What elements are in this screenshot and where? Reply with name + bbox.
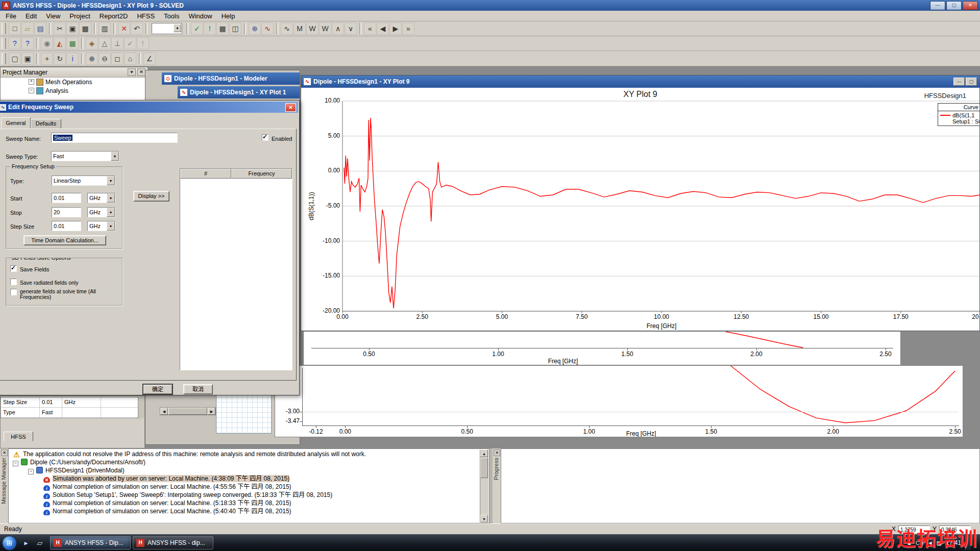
menu-edit[interactable]: Edit: [21, 11, 41, 21]
dialog-close-icon[interactable]: ✕: [285, 103, 296, 112]
undo-icon[interactable]: ↶: [131, 22, 143, 35]
properties-scrollbar[interactable]: [138, 397, 144, 418]
close-button[interactable]: ✕: [963, 1, 978, 10]
sweep-wave-w1-icon[interactable]: W: [306, 22, 318, 35]
xy-plot-9-window[interactable]: ∿ Dipole - HFSSDesign1 - XY Plot 9 — ▢ X…: [301, 75, 980, 331]
property-cell[interactable]: Fast: [40, 408, 62, 417]
property-cell[interactable]: 0.01: [40, 397, 62, 407]
dropdown-arrow-icon[interactable]: ▼: [107, 193, 115, 203]
excitation-display-icon[interactable]: ◭: [54, 37, 66, 49]
select-object-icon[interactable]: ▢: [9, 53, 21, 65]
message-item[interactable]: iNormal completion of simulation on serv…: [9, 483, 480, 491]
xy-plot-1-titlebar[interactable]: ∿ Dipole - HFSSDesign1 - XY Plot 1: [178, 86, 300, 98]
tree-item-analysis[interactable]: −Analysis: [1, 86, 148, 95]
close-progress-icon[interactable]: ✕: [494, 449, 500, 456]
combo-arrow-icon[interactable]: ▼: [174, 24, 181, 32]
nav-next-icon[interactable]: ▶: [389, 22, 402, 35]
menu-window[interactable]: Window: [184, 11, 216, 21]
modeler-titlebar[interactable]: ◇ Dipole - HFSSDesign1 - Modeler: [162, 72, 300, 85]
property-cell[interactable]: [101, 397, 139, 407]
save-fields-checkbox[interactable]: [10, 265, 17, 272]
sweep-wave-m-icon[interactable]: M: [293, 22, 306, 35]
start-value-input[interactable]: 0.01: [52, 193, 81, 203]
taskbar-button[interactable]: HANSYS HFSS - dip...: [133, 536, 213, 549]
open-file-icon[interactable]: ▱: [21, 22, 34, 35]
project-manager-header[interactable]: Project Manager ▾ ✕: [1, 67, 148, 78]
menu-report2d[interactable]: Report2D: [95, 11, 133, 21]
explorer-icon[interactable]: ▱: [34, 537, 46, 549]
stop-value-input[interactable]: 20: [52, 207, 81, 217]
context-help-icon[interactable]: ?: [21, 37, 34, 49]
validation-check-icon[interactable]: ✓: [124, 37, 136, 49]
enabled-checkbox[interactable]: [262, 134, 268, 141]
matrix-data-icon[interactable]: ▦: [216, 22, 229, 35]
ok-button[interactable]: 确定: [143, 384, 173, 394]
panel-menu-icon[interactable]: ▾: [128, 68, 136, 76]
minimize-button[interactable]: —: [930, 1, 945, 10]
generate-fields-checkbox[interactable]: [10, 289, 17, 295]
message-item[interactable]: −Dipole (C:/Users/andy/Documents/Ansoft/…: [9, 458, 480, 466]
sweep-wave-w2-icon[interactable]: W: [319, 22, 331, 35]
zoom-area-icon[interactable]: ⊕: [249, 22, 261, 35]
close-panel-icon[interactable]: ✕: [137, 68, 145, 76]
message-item[interactable]: iNormal completion of simulation on serv…: [9, 499, 480, 507]
scrollbar-thumb[interactable]: [168, 408, 207, 415]
freq-type-select[interactable]: LinearStep▼: [52, 176, 115, 186]
dropdown-arrow-icon[interactable]: ▼: [107, 221, 115, 231]
solve-icon[interactable]: !: [137, 37, 149, 49]
step-size-input[interactable]: 0.01: [52, 221, 81, 231]
new-file-icon[interactable]: □: [9, 22, 21, 35]
help-icon[interactable]: ?: [9, 37, 21, 49]
edit-frequency-sweep-dialog[interactable]: ∿ Edit Frequency Sweep ✕ General Default…: [0, 100, 300, 395]
expander-icon[interactable]: −: [28, 469, 34, 474]
stop-unit-select[interactable]: GHz▼: [87, 207, 115, 217]
nav-prev-icon[interactable]: ◀: [377, 22, 389, 35]
save-radiated-checkbox[interactable]: [10, 279, 17, 285]
property-cell[interactable]: GHz: [62, 397, 101, 407]
sweep-wave-sine-icon[interactable]: ∿: [281, 22, 293, 35]
expander-icon[interactable]: −: [13, 461, 18, 466]
sweep-type-select[interactable]: Fast▼: [51, 151, 119, 161]
menu-hfss[interactable]: HFSS: [132, 11, 159, 21]
fit-all-icon[interactable]: ⌂: [124, 53, 136, 65]
nav-last-icon[interactable]: »: [402, 22, 414, 35]
display-button[interactable]: Display >>: [133, 191, 169, 202]
radiation-pattern-icon[interactable]: △: [99, 37, 111, 49]
dropdown-arrow-icon[interactable]: ▼: [111, 152, 119, 161]
measure-icon[interactable]: ∠: [143, 53, 156, 65]
nav-first-icon[interactable]: «: [364, 22, 376, 35]
step-unit-select[interactable]: GHz▼: [87, 221, 115, 231]
menu-file[interactable]: File: [1, 11, 21, 21]
tab-defaults[interactable]: Defaults: [31, 119, 61, 129]
save-icon[interactable]: ▤: [34, 22, 46, 35]
boundary-display-icon[interactable]: ◉: [41, 37, 53, 49]
scroll-down-icon[interactable]: ▼: [480, 515, 488, 522]
start-button[interactable]: ⊞: [2, 536, 17, 550]
validate-icon[interactable]: ✓: [191, 22, 203, 35]
modeler-horizontal-scrollbar[interactable]: ◀ ▶: [160, 407, 216, 415]
message-item[interactable]: −HFSSDesign1 (DrivenModal): [9, 466, 480, 474]
time-domain-button[interactable]: Time Domain Calculation...: [23, 235, 106, 245]
zoom-out-icon[interactable]: ⊖: [99, 53, 111, 65]
cut-icon[interactable]: ✂: [54, 22, 66, 35]
sweep-name-input[interactable]: Sweep: [51, 133, 178, 143]
scroll-up-icon[interactable]: ▲: [480, 449, 488, 457]
start-unit-select[interactable]: GHz▼: [87, 193, 115, 203]
message-item[interactable]: ✕Simulation was aborted by user on serve…: [9, 474, 480, 483]
property-cell[interactable]: [101, 408, 139, 417]
zoom-window-icon[interactable]: ◻: [111, 53, 124, 65]
tree-item-mesh-operations[interactable]: +Mesh Operations: [1, 78, 148, 86]
scrollbar-thumb[interactable]: [480, 458, 488, 478]
sweep-wave-up-icon[interactable]: ∧: [332, 22, 344, 35]
legend[interactable]: Curve Info dB(S(1,1 Setup1 : Sweep: [938, 103, 979, 126]
message-item[interactable]: ⚠The application could not resolve the I…: [9, 450, 480, 458]
scroll-left-icon[interactable]: ◀: [160, 408, 168, 415]
copy-icon[interactable]: ▣: [66, 22, 79, 35]
field-overlay-icon[interactable]: ◈: [86, 37, 98, 49]
plot9-restore-icon[interactable]: ▢: [966, 78, 977, 86]
expander-icon[interactable]: −: [29, 88, 34, 93]
zoom-in-icon[interactable]: ⊕: [86, 53, 98, 65]
menu-project[interactable]: Project: [65, 11, 94, 21]
create-report-icon[interactable]: ∿: [261, 22, 274, 35]
property-cell[interactable]: [62, 408, 101, 417]
